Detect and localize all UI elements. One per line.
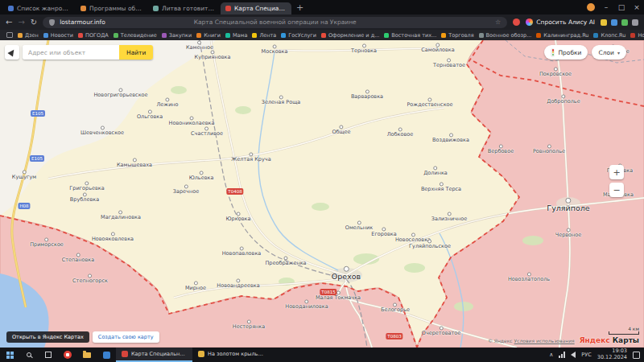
traffic-label: Пробки	[558, 49, 581, 56]
traffic-button[interactable]: Пробки	[544, 45, 588, 60]
map-search-input[interactable]	[23, 45, 119, 60]
bookmark-favicon-icon	[479, 33, 484, 38]
bookmark-label: Восточная тих...	[391, 32, 436, 39]
maximize-icon[interactable]: □	[617, 2, 625, 12]
terms-link[interactable]: Условия использования	[514, 338, 575, 343]
window-app-icon	[122, 351, 128, 357]
copyright-owner: © Яндекс	[488, 338, 513, 343]
open-in-yandex-maps-link[interactable]: Открыть в Яндекс Картах	[6, 331, 89, 343]
extension-icon[interactable]	[621, 19, 628, 26]
network-icon[interactable]	[559, 352, 565, 358]
folder-icon	[83, 352, 91, 358]
pinned-app-button[interactable]	[97, 348, 116, 362]
yandex-maps-logo[interactable]: Яндекс Карты	[580, 336, 639, 344]
map-search-area: Найти	[5, 45, 153, 60]
minimize-icon[interactable]: –	[602, 2, 610, 12]
windows-logo-icon	[6, 352, 14, 359]
tab-title: Карта Специальной в...	[234, 5, 287, 12]
search-box: Найти	[23, 45, 153, 60]
zoom-in-button[interactable]: +	[609, 165, 624, 179]
bookmark-item[interactable]: Телевидение	[114, 32, 157, 39]
window-title: На золотом крыльце...	[208, 351, 263, 357]
bookmark-item[interactable]: Новый Калин...	[630, 32, 644, 39]
extension-icon[interactable]	[601, 19, 607, 26]
tray-expand-icon[interactable]: ∧	[549, 352, 553, 358]
browser-app-icon	[64, 351, 72, 359]
tab-favicon-icon	[225, 6, 231, 11]
taskbar-window-button[interactable]: Карта Специальной во...	[116, 348, 192, 362]
browser-tab[interactable]: Литва готовится взор...	[148, 2, 219, 14]
forward-icon[interactable]: →	[18, 19, 24, 27]
pinned-explorer-button[interactable]	[77, 348, 97, 362]
address-bar[interactable]: lostarmour.info Карта Специальной военно…	[43, 17, 507, 28]
bookmark-item[interactable]: Дзен	[18, 32, 39, 39]
adblock-extension-icon[interactable]	[513, 19, 520, 26]
bookmark-favicon-icon	[196, 33, 201, 38]
sidebar-toggle-icon[interactable]	[6, 32, 13, 38]
bookmark-item[interactable]: Новости	[43, 32, 73, 39]
notification-center-icon[interactable]	[633, 352, 640, 359]
map-viewport[interactable]: КаменноеКуприяновкаМосковкаТерновкаСамой…	[0, 40, 644, 348]
bookmark-label: Книги	[204, 32, 221, 39]
bookmark-label: Торговля	[448, 32, 473, 39]
profile-avatar[interactable]	[587, 3, 595, 11]
taskbar-search-button[interactable]	[19, 348, 39, 362]
browser-tab[interactable]: Карта Специальной в...	[221, 2, 291, 14]
browser-tab[interactable]: Список жанров | ФлибУ...	[3, 2, 74, 14]
window-title: Карта Специальной во...	[131, 351, 187, 357]
taskbar-clock[interactable]: 19:03 30.12.2024	[597, 348, 627, 361]
bookmark-item[interactable]: ГосУслуги	[281, 32, 316, 39]
bookmark-star-icon[interactable]: ☆	[495, 19, 501, 26]
pinned-browser-button[interactable]	[58, 348, 77, 362]
bookmark-item[interactable]: Военное обозр...	[479, 32, 532, 39]
tab-favicon-icon	[153, 6, 159, 11]
location-arrow-icon	[7, 47, 16, 56]
bookmark-item[interactable]: Восточная тих...	[384, 32, 436, 39]
bookmark-label: ПОГОДА	[85, 32, 109, 39]
volume-icon[interactable]	[571, 352, 576, 358]
browser-tab[interactable]: Программы объявили сро...	[76, 2, 147, 14]
reload-icon[interactable]: ↻	[31, 19, 37, 27]
language-indicator[interactable]: РУС	[581, 352, 591, 358]
alice-button[interactable]: Спросить Алису AI	[526, 19, 595, 26]
map-attribution: 4 км © Яндекс Условия использования Янде…	[488, 326, 639, 344]
layers-button[interactable]: Слои ▾	[592, 45, 626, 60]
geolocation-button[interactable]	[5, 45, 19, 60]
taskbar-window-button[interactable]: На золотом крыльце...	[192, 348, 269, 362]
scale-label: 4 км	[628, 326, 639, 331]
bookmark-item[interactable]: Лента	[252, 32, 276, 39]
bookmark-label: Телевидение	[121, 32, 157, 39]
back-icon[interactable]: ←	[6, 19, 12, 27]
extension-icon[interactable]	[632, 19, 638, 26]
task-view-button[interactable]	[39, 348, 58, 362]
extension-icon[interactable]	[611, 19, 617, 26]
bookmark-item[interactable]: Книги	[196, 32, 221, 39]
scale-line	[609, 331, 639, 335]
close-icon[interactable]: ×	[633, 2, 641, 12]
tab-title: Литва готовится взор...	[162, 5, 214, 12]
bookmark-item[interactable]: Клопс.Ru	[593, 32, 625, 39]
find-button[interactable]: Найти	[119, 45, 153, 60]
bookmark-favicon-icon	[321, 33, 326, 38]
bookmark-favicon-icon	[43, 33, 48, 38]
zoom-out-button[interactable]: −	[609, 183, 624, 197]
bookmark-favicon-icon	[78, 33, 83, 38]
tab-favicon-icon	[8, 6, 14, 11]
bookmark-item[interactable]: Калининград.Ru	[536, 32, 588, 39]
bookmark-label: Клопс.Ru	[601, 32, 625, 39]
tab-title: Программы объявили сро...	[89, 5, 142, 12]
system-tray: ∧ РУС 19:03 30.12.2024	[549, 348, 644, 362]
bookmark-item[interactable]: Оформление и д...	[321, 32, 379, 39]
create-own-map-link[interactable]: Создать свою карту	[93, 331, 159, 343]
bookmark-item[interactable]: Закупки	[162, 32, 192, 39]
alice-icon	[526, 19, 533, 26]
bookmark-favicon-icon	[441, 33, 446, 38]
bookmark-favicon-icon	[384, 33, 389, 38]
start-button[interactable]	[0, 348, 19, 362]
bookmark-item[interactable]: Мама	[225, 32, 247, 39]
bookmark-favicon-icon	[225, 33, 230, 38]
new-tab-button[interactable]: +	[291, 2, 308, 14]
bookmark-item[interactable]: Торговля	[441, 32, 473, 39]
bookmark-favicon-icon	[252, 33, 257, 38]
bookmark-item[interactable]: ПОГОДА	[78, 32, 109, 39]
